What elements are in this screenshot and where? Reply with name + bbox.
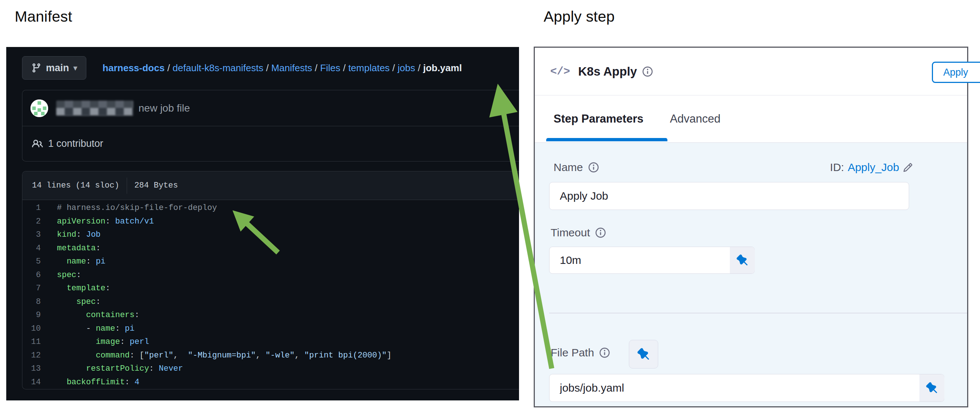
code-line-10: 10 - name: pi <box>22 322 519 336</box>
line-number[interactable]: 1 <box>22 201 41 215</box>
line-number[interactable]: 5 <box>22 255 41 269</box>
breadcrumb-item-jobs[interactable]: jobs <box>398 62 415 73</box>
line-number[interactable]: 2 <box>22 215 41 228</box>
breadcrumb-separator: / <box>390 62 398 73</box>
line-number[interactable]: 10 <box>22 322 41 336</box>
line-number[interactable]: 7 <box>22 282 41 295</box>
section-divider <box>549 313 967 313</box>
code-line-9: 9 containers: <box>22 309 519 322</box>
code-line-3: 3kind: Job <box>22 228 519 242</box>
name-input[interactable] <box>549 182 909 210</box>
info-icon[interactable] <box>642 66 653 77</box>
name-label: Name <box>554 161 599 174</box>
file-meta-bar: 14 lines (14 sloc) 284 Bytes <box>22 171 519 200</box>
code-text: apiVersion: batch/v1 <box>41 215 154 228</box>
breadcrumb-item-Files[interactable]: Files <box>320 62 340 73</box>
pin-icon <box>637 348 650 360</box>
line-number[interactable]: 8 <box>22 295 41 309</box>
info-icon[interactable] <box>599 347 610 358</box>
line-number[interactable]: 14 <box>22 376 41 389</box>
code-line-1: 1# harness.io/skip-file-for-deploy <box>22 201 519 215</box>
divider <box>127 178 127 194</box>
breadcrumb-item-Manifests[interactable]: Manifests <box>272 62 312 73</box>
file-path-pin-button[interactable] <box>629 340 658 368</box>
code-line-13: 13 restartPolicy: Never <box>22 362 519 376</box>
breadcrumb-separator: / <box>263 62 272 73</box>
breadcrumb-separator: / <box>415 62 423 73</box>
code-text: command: ["perl", "-Mbignum=bpi", "-wle"… <box>41 349 391 363</box>
info-icon[interactable] <box>595 227 606 238</box>
apply-step-heading: Apply step <box>544 8 614 25</box>
code-text: template: <box>41 282 110 295</box>
code-step-icon: </> <box>550 65 570 78</box>
commit-message: new job file <box>138 102 190 114</box>
code-text: # harness.io/skip-file-for-deploy <box>41 201 217 215</box>
timeout-input[interactable] <box>549 247 755 274</box>
breadcrumb-separator: / <box>165 62 173 73</box>
file-path-input[interactable] <box>549 374 944 402</box>
code-text: containers: <box>41 309 139 322</box>
info-icon[interactable] <box>588 162 599 173</box>
git-branch-icon <box>31 63 41 73</box>
breadcrumb-item-templates[interactable]: templates <box>348 62 390 73</box>
code-text: kind: Job <box>41 228 101 242</box>
tab-advanced[interactable]: Advanced <box>670 112 721 125</box>
line-number[interactable]: 11 <box>22 335 41 349</box>
code-line-5: 5 name: pi <box>22 255 519 269</box>
commit-row: new job file <box>22 90 519 126</box>
timeout-pin-toggle[interactable] <box>730 247 755 273</box>
breadcrumb-separator: / <box>312 62 320 73</box>
code-text: name: pi <box>41 255 105 269</box>
step-parameters-form: Name ID: Apply_Job Timeout File Path <box>535 143 967 406</box>
active-tab-indicator <box>546 138 667 141</box>
people-icon <box>32 138 43 149</box>
contributors-row: 1 contributor <box>22 126 519 161</box>
code-text: metadata: <box>41 242 101 255</box>
step-header: </> K8s Apply Apply <box>535 48 967 95</box>
step-id-row: ID: Apply_Job <box>830 161 913 174</box>
file-lines-count: 14 lines (14 sloc) <box>32 181 119 190</box>
code-listing: 1# harness.io/skip-file-for-deploy2apiVe… <box>22 200 519 389</box>
apply-button-label: Apply <box>943 67 968 78</box>
step-tabs: Step Parameters Advanced <box>535 95 967 143</box>
identicon <box>30 100 48 117</box>
code-text: image: perl <box>41 335 149 349</box>
branch-selector-button[interactable]: main ▾ <box>22 56 86 79</box>
step-title: K8s Apply <box>578 65 637 79</box>
k8s-apply-step-panel: </> K8s Apply Apply Step Parameters Adva… <box>534 47 968 408</box>
breadcrumb-item-job.yaml: job.yaml <box>423 62 462 73</box>
breadcrumb: harness-docs / default-k8s-manifests / M… <box>102 62 462 74</box>
breadcrumb-separator: / <box>340 62 348 73</box>
code-line-8: 8 spec: <box>22 295 519 309</box>
latest-commit-box: new job file 1 contributor <box>22 90 519 162</box>
code-text: spec: <box>41 269 81 282</box>
line-number[interactable]: 9 <box>22 309 41 322</box>
code-text: backoffLimit: 4 <box>41 376 139 389</box>
line-number[interactable]: 3 <box>22 228 41 242</box>
contributors-label: 1 contributor <box>48 138 103 149</box>
file-path-pin-toggle[interactable] <box>920 374 944 401</box>
breadcrumb-item-default-k8s-manifests[interactable]: default-k8s-manifests <box>173 62 263 73</box>
tab-step-parameters[interactable]: Step Parameters <box>554 112 644 125</box>
line-number[interactable]: 6 <box>22 269 41 282</box>
code-line-6: 6spec: <box>22 269 519 282</box>
line-number[interactable]: 4 <box>22 242 41 255</box>
branch-name: main <box>46 62 69 74</box>
manifest-heading: Manifest <box>15 8 72 25</box>
code-line-11: 11 image: perl <box>22 335 519 349</box>
code-text: - name: pi <box>41 322 134 336</box>
code-line-12: 12 command: ["perl", "-Mbignum=bpi", "-w… <box>22 349 519 363</box>
line-number[interactable]: 13 <box>22 362 41 376</box>
redacted-author-name <box>56 101 133 116</box>
file-size: 284 Bytes <box>134 181 178 190</box>
step-id-link[interactable]: Apply_Job <box>848 161 899 174</box>
code-line-4: 4metadata: <box>22 242 519 255</box>
code-line-7: 7 template: <box>22 282 519 295</box>
avatar <box>30 100 48 117</box>
apply-changes-button[interactable]: Apply <box>932 62 980 83</box>
line-number[interactable]: 12 <box>22 349 41 363</box>
breadcrumb-item-harness-docs[interactable]: harness-docs <box>102 62 165 73</box>
file-viewer-box: 14 lines (14 sloc) 284 Bytes 1# harness.… <box>22 171 519 389</box>
timeout-label: Timeout <box>550 227 606 239</box>
edit-pencil-icon[interactable] <box>903 163 913 173</box>
